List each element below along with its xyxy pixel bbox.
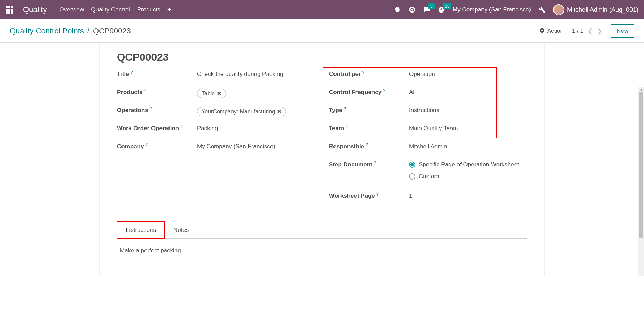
field-control-freq: Control Frequency? All [329, 89, 527, 99]
radio-unchecked-icon [409, 173, 415, 180]
field-operations: Operations? YourCompany: Manufacturing ✖ [117, 107, 315, 117]
field-type: Type? Instructions [329, 107, 527, 117]
scroll-thumb[interactable] [639, 92, 643, 238]
help-icon[interactable]: ? [131, 70, 133, 75]
products-value[interactable]: Table ✖ [197, 89, 315, 98]
form-left-column: Title? Check the quality during Packing … [117, 71, 315, 211]
control-freq-value[interactable]: All [409, 89, 527, 96]
tab-content-instructions[interactable]: Make a perfect packing ..... [117, 239, 527, 263]
type-value[interactable]: Instructions [409, 107, 527, 114]
company-selector[interactable]: My Company (San Francisco) [453, 6, 531, 13]
form-grid: Title? Check the quality during Packing … [117, 71, 527, 211]
form-sheet: QCP00023 Title? Check the quality during… [99, 43, 545, 276]
action-label: Action [547, 28, 564, 34]
messages-icon[interactable]: 5 [423, 6, 430, 13]
bug-icon[interactable] [394, 6, 401, 13]
field-control-per: Control per? Operation [329, 71, 527, 81]
user-name: Mitchell Admin (Aug_001) [567, 6, 638, 14]
field-team: Team? Main Quality Team [329, 125, 527, 135]
radio-specific-page[interactable]: Specific Page of Operation Worksheet [409, 161, 527, 168]
activities-badge: 25 [443, 3, 451, 9]
control-panel: Quality Control Points / QCP00023 Action… [0, 19, 644, 43]
app-title[interactable]: Quality [23, 5, 47, 14]
scrollbar[interactable]: ▲ [638, 87, 644, 276]
field-company: Company? My Company (San Francisco) [117, 143, 315, 154]
pager-next-icon[interactable]: ❯ [597, 27, 602, 35]
field-title: Title? Check the quality during Packing [117, 71, 315, 81]
responsible-value[interactable]: Mitchell Admin [409, 143, 527, 150]
activities-icon[interactable]: 25 [438, 6, 445, 13]
field-products: Products? Table ✖ [117, 89, 315, 99]
action-button[interactable]: Action [539, 27, 564, 35]
navbar-left: Quality Overview Quality Control Product… [6, 5, 172, 14]
field-worksheet-page: Worksheet Page? 1 [329, 193, 527, 203]
nav-overview[interactable]: Overview [59, 6, 84, 13]
tabs: Instructions Notes [117, 221, 527, 239]
top-navbar: Quality Overview Quality Control Product… [0, 0, 644, 19]
help-icon[interactable]: ? [374, 160, 376, 165]
support-icon[interactable] [409, 6, 416, 13]
help-icon[interactable]: ? [144, 88, 147, 93]
control-panel-right: Action 1 / 1 ❮ ❯ New [539, 24, 634, 38]
record-title: QCP00023 [117, 51, 527, 63]
field-step-document: Step Document? Specific Page of Operatio… [329, 161, 527, 185]
operations-value[interactable]: YourCompany: Manufacturing ✖ [197, 107, 315, 116]
team-value[interactable]: Main Quality Team [409, 125, 527, 132]
work-order-op-value[interactable]: Packing [197, 125, 315, 132]
field-responsible: Responsible? Mitchell Admin [329, 143, 527, 154]
tab-notes[interactable]: Notes [165, 221, 197, 239]
tools-icon[interactable] [539, 6, 545, 13]
messages-badge: 5 [428, 3, 435, 9]
company-value[interactable]: My Company (San Francisco) [197, 143, 315, 150]
breadcrumb-sep: / [87, 26, 89, 36]
field-work-order-op: Work Order Operation? Packing [117, 125, 315, 135]
navbar-right: 5 25 My Company (San Francisco) Mitchell… [394, 4, 638, 15]
help-icon[interactable]: ? [344, 106, 346, 111]
remove-tag-icon[interactable]: ✖ [217, 90, 221, 97]
radio-checked-icon [409, 162, 415, 168]
help-icon[interactable]: ? [383, 88, 385, 93]
help-icon[interactable]: ? [366, 142, 368, 147]
title-value[interactable]: Check the quality during Packing [197, 71, 315, 78]
nav-products[interactable]: Products [137, 6, 160, 13]
worksheet-page-value[interactable]: 1 [409, 193, 527, 199]
help-icon[interactable]: ? [145, 142, 148, 147]
tab-instructions[interactable]: Instructions [117, 221, 165, 239]
pager: 1 / 1 ❮ ❯ [572, 27, 602, 35]
help-icon[interactable]: ? [362, 70, 365, 75]
gear-icon [539, 27, 545, 35]
pager-prev-icon[interactable]: ❮ [588, 27, 593, 35]
help-icon[interactable]: ? [345, 124, 348, 129]
pager-value[interactable]: 1 / 1 [572, 28, 583, 34]
avatar [553, 4, 564, 15]
operation-tag[interactable]: YourCompany: Manufacturing ✖ [197, 107, 286, 116]
product-tag[interactable]: Table ✖ [197, 89, 226, 98]
breadcrumb: Quality Control Points / QCP00023 [10, 26, 131, 36]
form-right-column: Control per? Operation Control Frequency… [329, 71, 527, 211]
apps-icon[interactable] [6, 6, 13, 14]
user-menu[interactable]: Mitchell Admin (Aug_001) [553, 4, 638, 15]
help-icon[interactable]: ? [180, 124, 183, 129]
radio-custom[interactable]: Custom [409, 173, 527, 180]
help-icon[interactable]: ? [376, 192, 379, 197]
new-button[interactable]: New [611, 24, 634, 38]
nav-add-icon[interactable]: + [167, 6, 172, 14]
sheet-container: QCP00023 Title? Check the quality during… [0, 43, 644, 276]
breadcrumb-current: QCP00023 [93, 26, 131, 36]
help-icon[interactable]: ? [150, 106, 152, 111]
nav-quality-control[interactable]: Quality Control [91, 6, 130, 13]
control-per-value[interactable]: Operation [409, 71, 527, 78]
breadcrumb-root[interactable]: Quality Control Points [10, 26, 84, 36]
remove-tag-icon[interactable]: ✖ [277, 108, 282, 115]
scroll-up-icon[interactable]: ▲ [638, 87, 644, 92]
